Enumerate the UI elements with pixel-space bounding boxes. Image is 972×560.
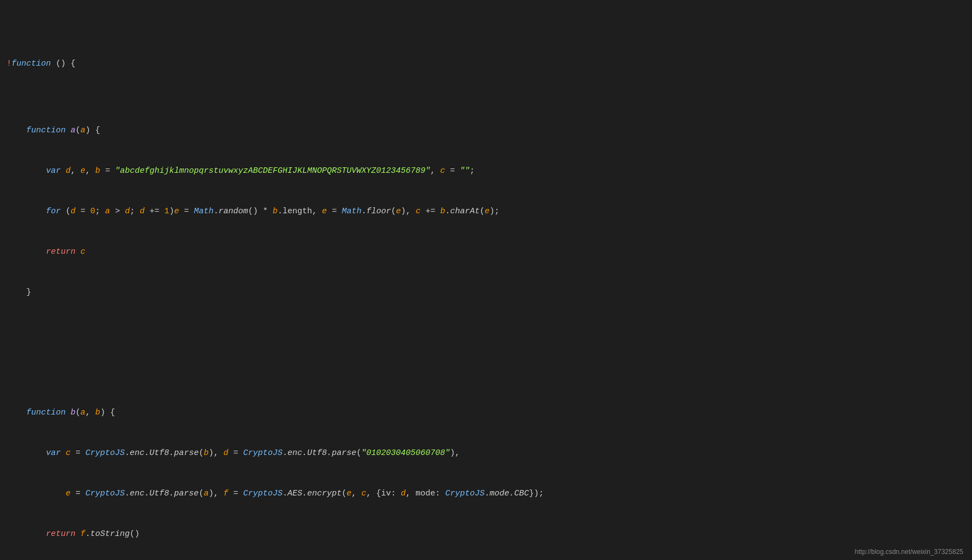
var-b2: b <box>273 207 277 216</box>
line-fn-b-var2: e = CryptoJS.enc.Utf8.parse(a), f = Cryp… <box>0 487 972 501</box>
str-empty: "" <box>460 166 470 176</box>
footer-url: http://blog.csdn.net/weixin_37325825 <box>855 548 963 556</box>
line-fn-a-close: } <box>0 285 972 300</box>
var-f-b: f <box>223 489 228 498</box>
var-e2: e <box>174 207 179 216</box>
var-c-b2: c <box>361 489 366 498</box>
code-viewer: !function () { function a(a) { var d, e,… <box>0 0 972 560</box>
line-iife-start: !function () { <box>0 57 972 71</box>
keyword-function: function <box>11 59 51 68</box>
var-f-b2: f <box>80 529 85 539</box>
obj-cryptojs-2: CryptoJS <box>243 448 282 458</box>
line-fn-b-var1: var c = CryptoJS.enc.Utf8.parse(b), d = … <box>0 446 972 460</box>
obj-cryptojs-4: CryptoJS <box>243 489 282 498</box>
fn-name-b: b <box>71 408 76 417</box>
var-e3: e <box>322 207 327 216</box>
var-e-b: e <box>66 489 71 498</box>
fn-name-a: a <box>71 126 76 135</box>
method-enc-utf8-parse-3: enc.Utf8.parse <box>130 489 199 498</box>
line-fn-a-def: function a(a) { <box>0 124 972 138</box>
var-e: e <box>80 166 85 176</box>
var-b3: b <box>441 207 445 216</box>
method-floor: floor <box>366 207 391 216</box>
method-random: random <box>218 207 248 216</box>
num-1: 1 <box>164 207 169 216</box>
var-d-b1: d <box>223 448 228 458</box>
line-fn-a-return: return c <box>0 245 972 259</box>
line-fn-a-var: var d, e, b = "abcdefghijklmnopqrstuvwxy… <box>0 164 972 178</box>
kw-function-a: function <box>26 126 66 135</box>
var-d2: d <box>71 207 76 216</box>
param-a-b: a <box>204 489 209 498</box>
var-c: c <box>440 166 445 176</box>
param-b2: b <box>204 448 209 458</box>
line-empty-1 <box>0 339 972 353</box>
param-b-b: b <box>95 408 100 417</box>
kw-return-a: return <box>46 247 76 256</box>
kw-function-b: function <box>26 408 66 417</box>
str-iv: "0102030405060708" <box>361 448 450 458</box>
obj-cryptojs-1: CryptoJS <box>85 448 125 458</box>
not-operator: ! <box>7 59 11 68</box>
param-a: a <box>80 126 85 135</box>
kw-var-2: var <box>46 448 61 458</box>
method-aes-encrypt: AES.encrypt <box>287 489 342 498</box>
var-e4: e <box>396 207 401 216</box>
obj-cryptojs-3: CryptoJS <box>85 489 125 498</box>
method-enc-utf8-parse-1: enc.Utf8.parse <box>130 448 199 458</box>
num-0: 0 <box>90 207 95 216</box>
method-mode-cbc: mode.CBC <box>489 489 529 498</box>
line-fn-a-for: for (d = 0; a > d; d += 1)e = Math.rando… <box>0 205 972 219</box>
var-c2: c <box>415 207 420 216</box>
var-d: d <box>66 166 71 176</box>
obj-math2: Math <box>342 207 361 216</box>
obj-cryptojs-5: CryptoJS <box>445 489 484 498</box>
method-tostring: toString <box>90 529 130 539</box>
kw-for: for <box>46 207 61 216</box>
var-e5: e <box>485 207 490 216</box>
var-d3: d <box>125 207 130 216</box>
line-fn-b-def: function b(a, b) { <box>0 406 972 420</box>
var-c-b1: c <box>66 448 71 458</box>
line-fn-b-return: return f.toString() <box>0 527 972 541</box>
str-chars: "abcdefghijklmnopqrstuvwxyzABCDEFGHIJKLM… <box>115 166 430 176</box>
obj-math: Math <box>194 207 213 216</box>
var-b: b <box>95 166 100 176</box>
var-e-b2: e <box>346 489 351 498</box>
method-enc-utf8-parse-2: enc.Utf8.parse <box>287 448 356 458</box>
kw-var-1: var <box>46 166 61 176</box>
method-charat: charAt <box>450 207 480 216</box>
var-c3: c <box>80 247 85 256</box>
param-b-a: a <box>80 408 85 417</box>
var-d-b2: d <box>401 489 406 498</box>
param-a2: a <box>105 207 110 216</box>
kw-return-b: return <box>46 529 76 539</box>
var-d4: d <box>140 207 144 216</box>
